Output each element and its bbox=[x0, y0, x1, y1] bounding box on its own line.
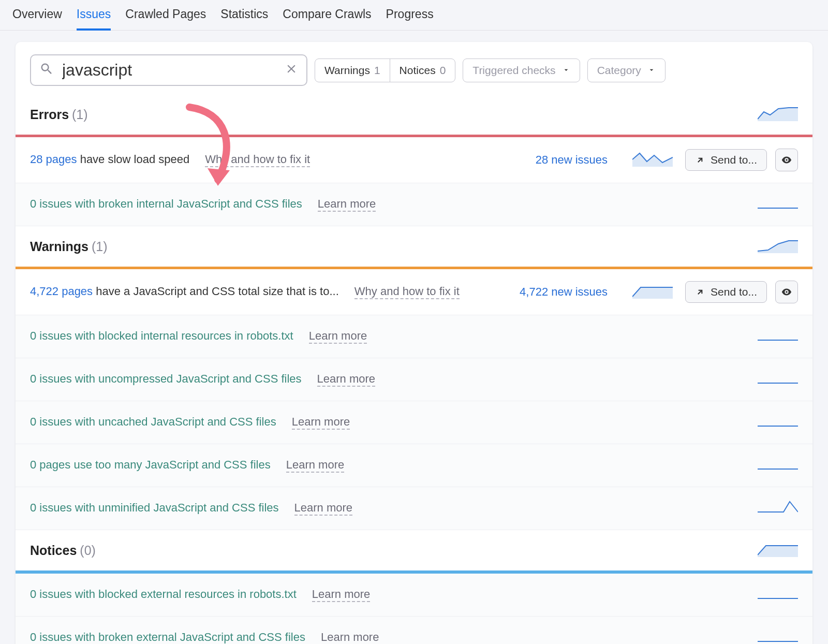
tab-progress[interactable]: Progress bbox=[386, 7, 434, 30]
errors-title: Errors bbox=[30, 107, 69, 122]
learn-more-link[interactable]: Learn more bbox=[292, 415, 350, 430]
issue-row-uncached-js-css[interactable]: 0 issues with uncached JavaScript and CS… bbox=[16, 401, 812, 444]
sparkline bbox=[632, 282, 673, 302]
why-fix-link[interactable]: Why and how to fix it bbox=[205, 153, 310, 167]
learn-more-link[interactable]: Learn more bbox=[309, 329, 367, 344]
issue-row-uncompressed-js-css[interactable]: 0 issues with uncompressed JavaScript an… bbox=[16, 358, 812, 401]
send-to-button[interactable]: Send to... bbox=[685, 281, 767, 303]
view-icon-button[interactable] bbox=[775, 149, 798, 171]
seg-warnings-label: Warnings bbox=[324, 64, 370, 77]
section-errors-header: Errors (1) bbox=[16, 94, 812, 135]
chevron-down-icon bbox=[647, 64, 656, 77]
search-box[interactable] bbox=[30, 54, 307, 86]
sparkline bbox=[758, 327, 798, 346]
view-icon-button[interactable] bbox=[775, 281, 798, 303]
nav-tabs: Overview Issues Crawled Pages Statistics… bbox=[0, 0, 828, 31]
issue-text: 0 issues with blocked external resources… bbox=[30, 588, 297, 601]
why-fix-link[interactable]: Why and how to fix it bbox=[354, 285, 460, 299]
issue-text: 0 issues with unminified JavaScript and … bbox=[30, 501, 279, 515]
search-input[interactable] bbox=[62, 61, 276, 80]
search-icon bbox=[39, 62, 54, 79]
issue-text: 0 issues with uncached JavaScript and CS… bbox=[30, 415, 276, 429]
sparkline bbox=[758, 456, 798, 475]
issue-row-unminified-js-css[interactable]: 0 issues with unminified JavaScript and … bbox=[16, 487, 812, 530]
tab-crawled-pages[interactable]: Crawled Pages bbox=[125, 7, 206, 30]
issues-panel: Warnings 1 Notices 0 Triggered checks Ca… bbox=[16, 42, 812, 644]
learn-more-link[interactable]: Learn more bbox=[317, 372, 376, 387]
new-issues-link[interactable]: 28 new issues bbox=[536, 153, 608, 167]
seg-warnings[interactable]: Warnings 1 bbox=[315, 59, 390, 82]
errors-sparkline bbox=[758, 105, 798, 124]
learn-more-link[interactable]: Learn more bbox=[312, 588, 371, 602]
triggered-checks-dropdown[interactable]: Triggered checks bbox=[463, 58, 580, 82]
learn-more-link[interactable]: Learn more bbox=[294, 501, 353, 516]
section-warnings-header: Warnings (1) bbox=[16, 226, 812, 267]
issue-row-too-many-js-css[interactable]: 0 pages use too many JavaScript and CSS … bbox=[16, 444, 812, 487]
sparkline bbox=[758, 195, 798, 214]
new-issues-link[interactable]: 4,722 new issues bbox=[520, 285, 608, 299]
send-to-label: Send to... bbox=[711, 154, 757, 166]
issue-pages-link[interactable]: 28 pages bbox=[30, 153, 77, 166]
issue-row-blocked-internal-robots[interactable]: 0 issues with blocked internal resources… bbox=[16, 315, 812, 358]
issue-text: 0 issues with broken internal JavaScript… bbox=[30, 197, 302, 211]
seg-notices-label: Notices bbox=[400, 64, 436, 77]
issue-row-slow-load[interactable]: 28 pages have slow load speed Why and ho… bbox=[16, 137, 812, 183]
chevron-down-icon bbox=[562, 64, 570, 77]
clear-icon[interactable] bbox=[285, 62, 298, 79]
tab-compare-crawls[interactable]: Compare Crawls bbox=[283, 7, 371, 30]
category-dropdown[interactable]: Category bbox=[587, 58, 666, 82]
tab-statistics[interactable]: Statistics bbox=[220, 7, 268, 30]
sparkline bbox=[758, 370, 798, 389]
learn-more-link[interactable]: Learn more bbox=[286, 458, 345, 473]
seg-notices[interactable]: Notices 0 bbox=[390, 59, 455, 82]
tab-issues[interactable]: Issues bbox=[77, 7, 111, 31]
sparkline bbox=[758, 499, 798, 518]
issue-text: have slow load speed bbox=[77, 153, 190, 166]
learn-more-link[interactable]: Learn more bbox=[321, 631, 379, 644]
toolbar: Warnings 1 Notices 0 Triggered checks Ca… bbox=[16, 42, 812, 94]
seg-warnings-count: 1 bbox=[374, 64, 380, 77]
learn-more-link[interactable]: Learn more bbox=[318, 197, 376, 212]
errors-count: (1) bbox=[72, 107, 88, 122]
category-label: Category bbox=[597, 64, 641, 77]
warnings-title: Warnings bbox=[30, 239, 88, 254]
sparkline bbox=[758, 413, 798, 432]
section-notices-header: Notices (0) bbox=[16, 530, 812, 570]
issue-text: 0 issues with broken external JavaScript… bbox=[30, 631, 305, 644]
issue-text: 0 issues with blocked internal resources… bbox=[30, 329, 293, 343]
issue-text: 0 pages use too many JavaScript and CSS … bbox=[30, 458, 271, 472]
seg-notices-count: 0 bbox=[440, 64, 446, 77]
sparkline bbox=[758, 585, 798, 605]
issue-row-js-css-size[interactable]: 4,722 pages have a JavaScript and CSS to… bbox=[16, 269, 812, 315]
issue-row-broken-external-js-css[interactable]: 0 issues with broken external JavaScript… bbox=[16, 617, 812, 644]
notices-sparkline bbox=[758, 540, 798, 560]
warnings-sparkline bbox=[758, 237, 798, 256]
issue-row-broken-internal-js-css[interactable]: 0 issues with broken internal JavaScript… bbox=[16, 183, 812, 226]
severity-segmented: Warnings 1 Notices 0 bbox=[315, 58, 455, 82]
sparkline bbox=[758, 628, 798, 644]
tab-overview[interactable]: Overview bbox=[12, 7, 62, 30]
send-to-button[interactable]: Send to... bbox=[685, 149, 767, 171]
issue-row-blocked-external-robots[interactable]: 0 issues with blocked external resources… bbox=[16, 574, 812, 617]
notices-title: Notices bbox=[30, 543, 77, 558]
triggered-label: Triggered checks bbox=[472, 64, 555, 77]
warnings-count: (1) bbox=[92, 239, 108, 254]
send-to-label: Send to... bbox=[711, 286, 757, 298]
issue-text: have a JavaScript and CSS total size tha… bbox=[93, 285, 339, 298]
sparkline bbox=[632, 150, 673, 170]
issue-pages-link[interactable]: 4,722 pages bbox=[30, 285, 93, 298]
notices-count: (0) bbox=[80, 543, 96, 558]
issue-text: 0 issues with uncompressed JavaScript an… bbox=[30, 372, 302, 386]
